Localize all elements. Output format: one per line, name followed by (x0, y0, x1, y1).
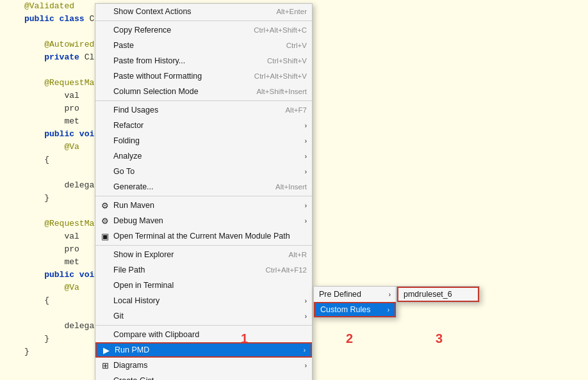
menu-compare-clipboard[interactable]: Compare with Clipboard (95, 327, 312, 342)
run-maven-icon: ⚙ (99, 201, 111, 210)
menu-divider (95, 20, 312, 21)
gist-icon: ● (99, 377, 111, 381)
menu-open-terminal-maven[interactable]: ▣ Open Terminal at the Current Maven Mod… (95, 228, 312, 244)
menu-analyze[interactable]: Analyze › (95, 148, 312, 164)
run-pmd-icon: ▶ (101, 345, 112, 355)
custom-rules-submenu: pmdruleset_6 (396, 286, 480, 303)
menu-create-gist[interactable]: ● Create Gist... (95, 373, 312, 380)
menu-run-maven[interactable]: ⚙ Run Maven › (95, 198, 312, 213)
menu-divider (95, 100, 312, 101)
submenu-custom-rules[interactable]: Custom Rules › (314, 302, 396, 317)
menu-divider (95, 325, 312, 326)
menu-refactor[interactable]: Refactor › (95, 118, 312, 133)
submenu-predefined[interactable]: Pre Defined › (314, 287, 396, 302)
submenu-pmdruleset[interactable]: pmdruleset_6 (397, 287, 479, 302)
menu-find-usages[interactable]: Find Usages Alt+F7 (95, 102, 312, 118)
menu-open-in-terminal[interactable]: Open in Terminal (95, 278, 312, 293)
menu-divider (95, 245, 312, 246)
menu-column-selection[interactable]: Column Selection Mode Alt+Shift+Insert (95, 84, 312, 99)
annotation-3: 3 (436, 331, 443, 346)
menu-git[interactable]: Git › (95, 308, 312, 324)
menu-folding[interactable]: Folding › (95, 133, 312, 148)
annotation-2: 2 (346, 331, 353, 346)
terminal-icon: ▣ (99, 232, 111, 241)
context-menu: Show Context Actions Alt+Enter Copy Refe… (95, 3, 313, 380)
menu-diagrams[interactable]: ⊞ Diagrams › (95, 358, 312, 373)
menu-copy-reference[interactable]: Copy Reference Ctrl+Alt+Shift+C (95, 22, 312, 38)
diagrams-icon: ⊞ (99, 361, 111, 370)
menu-generate[interactable]: Generate... Alt+Insert (95, 179, 312, 194)
menu-show-in-explorer[interactable]: Show in Explorer Alt+R (95, 247, 312, 262)
annotation-1: 1 (241, 331, 248, 346)
menu-file-path[interactable]: File Path Ctrl+Alt+F12 (95, 262, 312, 278)
debug-maven-icon: ⚙ (99, 216, 111, 226)
menu-paste[interactable]: Paste Ctrl+V (95, 38, 312, 53)
menu-local-history[interactable]: Local History › (95, 293, 312, 308)
menu-paste-without-formatting[interactable]: Paste without Formatting Ctrl+Alt+Shift+… (95, 68, 312, 84)
pmd-submenu: Pre Defined › Custom Rules › (313, 286, 396, 318)
menu-run-pmd[interactable]: ▶ Run PMD › (95, 342, 312, 358)
menu-paste-from-history[interactable]: Paste from History... Ctrl+Shift+V (95, 53, 312, 68)
menu-divider (95, 196, 312, 196)
menu-goto[interactable]: Go To › (95, 164, 312, 179)
menu-show-context-actions[interactable]: Show Context Actions Alt+Enter (95, 4, 312, 19)
menu-debug-maven[interactable]: ⚙ Debug Maven › (95, 213, 312, 228)
